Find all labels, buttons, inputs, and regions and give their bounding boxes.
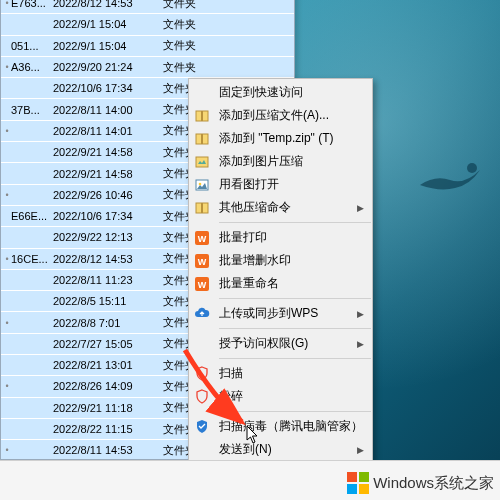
menu-separator [219, 358, 371, 359]
menu-separator [219, 411, 371, 412]
watermark: Windows系统之家 [347, 472, 494, 494]
menu-label: 扫描病毒（腾讯电脑管家） [219, 418, 364, 435]
menu-label: 批量打印 [219, 229, 364, 246]
menu-upload-wps[interactable]: 上传或同步到WPS ▶ [189, 302, 372, 325]
cell-date: 2022/8/12 14:53 [53, 253, 163, 265]
cell-name: 16CE... [11, 253, 53, 265]
cell-date: 2022/9/20 21:24 [53, 61, 163, 73]
cell-date: 2022/9/22 12:13 [53, 231, 163, 243]
wps-icon: W [193, 252, 211, 270]
wps-icon: W [193, 275, 211, 293]
cell-date: 2022/8/11 14:53 [53, 444, 163, 456]
svg-point-0 [467, 163, 477, 173]
svg-text:W: W [198, 257, 207, 267]
cell-name: 37B... [11, 104, 53, 116]
shield-shred-icon [193, 388, 211, 406]
cell-name: 051... [11, 40, 53, 52]
menu-add-to-temp-zip[interactable]: 添加到 "Temp.zip" (T) [189, 127, 372, 150]
svg-text:W: W [198, 234, 207, 244]
archive-icon [193, 199, 211, 217]
menu-open-with-viewer[interactable]: 用看图打开 [189, 173, 372, 196]
chevron-right-icon: ▶ [357, 445, 364, 455]
menu-label: 用看图打开 [219, 176, 364, 193]
menu-pin-quick-access[interactable]: 固定到快速访问 [189, 81, 372, 104]
table-row[interactable]: •A36...2022/9/20 21:24文件夹 [1, 57, 294, 78]
menu-batch-rename[interactable]: W 批量重命名 [189, 272, 372, 295]
menu-send-to[interactable]: 发送到(N) ▶ [189, 438, 372, 461]
cell-date: 2022/9/21 14:58 [53, 146, 163, 158]
menu-label: 粉碎 [219, 388, 364, 405]
menu-separator [219, 222, 371, 223]
menu-batch-watermark[interactable]: W 批量增删水印 [189, 249, 372, 272]
menu-shred[interactable]: 粉碎 [189, 385, 372, 408]
pin-marker: • [3, 0, 11, 8]
menu-label: 添加到图片压缩 [219, 153, 364, 170]
archive-icon [193, 130, 211, 148]
cell-name: E66E... [11, 210, 53, 222]
svg-text:W: W [198, 280, 207, 290]
svg-rect-5 [196, 157, 208, 167]
menu-label: 固定到快速访问 [219, 84, 364, 101]
menu-scan[interactable]: 扫描 [189, 362, 372, 385]
pin-marker: • [3, 445, 11, 455]
cell-date: 2022/9/1 15:04 [53, 18, 163, 30]
cell-date: 2022/8/8 7:01 [53, 317, 163, 329]
menu-label: 授予访问权限(G) [219, 335, 349, 352]
cell-name: A36... [11, 61, 53, 73]
windows-logo-icon [347, 472, 369, 494]
pin-marker: • [3, 62, 11, 72]
wps-icon: W [193, 229, 211, 247]
chevron-right-icon: ▶ [357, 339, 364, 349]
menu-add-to-pic-zip[interactable]: 添加到图片压缩 [189, 150, 372, 173]
menu-add-to-zip[interactable]: 添加到压缩文件(A)... [189, 104, 372, 127]
table-row[interactable]: •E763...2022/8/12 14:53文件夹 [1, 0, 294, 14]
context-menu[interactable]: 固定到快速访问 添加到压缩文件(A)... 添加到 "Temp.zip" (T)… [188, 78, 373, 500]
menu-label: 扫描 [219, 365, 364, 382]
cell-date: 2022/8/12 14:53 [53, 0, 163, 9]
pin-marker: • [3, 126, 11, 136]
cell-date: 2022/9/1 15:04 [53, 40, 163, 52]
blank-icon [193, 441, 211, 459]
svg-rect-2 [201, 111, 203, 121]
cell-type: 文件夹 [163, 60, 208, 75]
archive-icon [193, 107, 211, 125]
menu-label: 批量重命名 [219, 275, 364, 292]
pin-marker: • [3, 254, 11, 264]
cell-date: 2022/8/5 15:11 [53, 295, 163, 307]
cell-date: 2022/8/11 14:01 [53, 125, 163, 137]
swimmer-image [410, 130, 490, 200]
menu-separator [219, 328, 371, 329]
chevron-right-icon: ▶ [357, 309, 364, 319]
table-row[interactable]: 2022/9/1 15:04文件夹 [1, 14, 294, 35]
watermark-text: Windows系统之家 [373, 474, 494, 493]
pin-marker: • [3, 190, 11, 200]
image-viewer-icon [193, 176, 211, 194]
cell-date: 2022/10/6 17:34 [53, 210, 163, 222]
svg-rect-9 [201, 203, 203, 213]
cell-date: 2022/9/26 10:46 [53, 189, 163, 201]
archive-image-icon [193, 153, 211, 171]
menu-grant-access[interactable]: 授予访问权限(G) ▶ [189, 332, 372, 355]
cell-date: 2022/8/21 13:01 [53, 359, 163, 371]
svg-rect-4 [201, 134, 203, 144]
cell-date: 2022/10/6 17:34 [53, 82, 163, 94]
menu-scan-virus[interactable]: 扫描病毒（腾讯电脑管家） [189, 415, 372, 438]
table-row[interactable]: 051...2022/9/1 15:04文件夹 [1, 36, 294, 57]
svg-point-7 [199, 182, 202, 185]
cell-date: 2022/9/21 14:58 [53, 168, 163, 180]
shield-scan-icon [193, 365, 211, 383]
cell-date: 2022/8/11 14:00 [53, 104, 163, 116]
cell-type: 文件夹 [163, 0, 208, 11]
cell-date: 2022/8/22 11:15 [53, 423, 163, 435]
cell-date: 2022/8/26 14:09 [53, 380, 163, 392]
blank-icon [193, 335, 211, 353]
menu-separator [219, 298, 371, 299]
pin-marker: • [3, 381, 11, 391]
cell-date: 2022/7/27 15:05 [53, 338, 163, 350]
pin-marker: • [3, 318, 11, 328]
shield-virus-icon [193, 418, 211, 436]
cell-type: 文件夹 [163, 17, 208, 32]
cell-type: 文件夹 [163, 38, 208, 53]
menu-batch-print[interactable]: W 批量打印 [189, 226, 372, 249]
menu-other-zip[interactable]: 其他压缩命令 ▶ [189, 196, 372, 219]
